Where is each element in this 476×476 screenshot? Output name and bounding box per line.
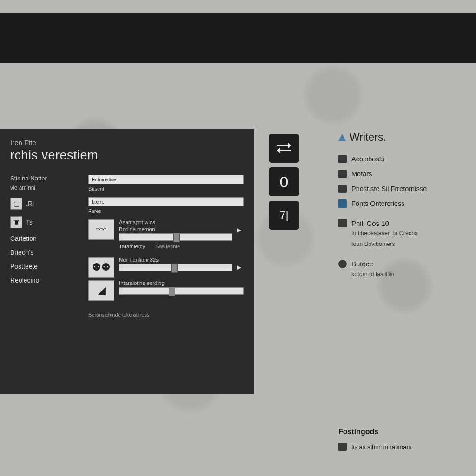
- page-icon: [338, 219, 347, 227]
- row1-caption: Borl tie memon: [119, 226, 232, 232]
- nav-item-1[interactable]: ▢ .Ri: [10, 198, 84, 210]
- row1b-tag: Sas letinie: [155, 244, 180, 249]
- right-section-1-line1: fu tihedestasen br Crecbs: [351, 229, 469, 238]
- field-1-caption: Susent: [88, 186, 244, 192]
- zero-icon[interactable]: 0: [269, 167, 299, 196]
- row3-slider[interactable]: [119, 287, 244, 295]
- right-footer-item-label: fis as alhim in ratimars: [351, 443, 411, 450]
- right-item-1[interactable]: Acolobosts: [338, 155, 469, 163]
- right-item-4[interactable]: Fonts Ontercriess: [338, 199, 469, 208]
- row3-label: Intaraiotins earding: [119, 280, 244, 286]
- pin-icon: ◢: [88, 280, 114, 301]
- field-2-caption: Fares: [88, 208, 244, 214]
- right-section-1[interactable]: Phill Gos 10: [338, 219, 469, 227]
- right-section-2-line1: kotorn of las iBin: [351, 270, 469, 279]
- panel-subtitle: Iren Ftte: [10, 139, 244, 146]
- doc-icon: [338, 155, 347, 163]
- panel-footnote: Beransichinde take atiness: [88, 312, 244, 317]
- right-footer-item[interactable]: fis as alhim in ratimars: [338, 443, 469, 451]
- swap-icon[interactable]: ⮂: [269, 134, 299, 163]
- grid-icon: [338, 170, 347, 178]
- nav-item-4[interactable]: Brieon's: [10, 249, 84, 256]
- blue-square-icon: [338, 199, 347, 208]
- top-bar: [0, 13, 476, 63]
- window-icon: ▢: [10, 198, 22, 210]
- right-item-3-label: Phost ste Sil Frretornisse: [351, 185, 427, 192]
- arrow-right-icon-2[interactable]: ▶: [237, 264, 244, 271]
- right-section-1-line2: fouri Bovibomers: [351, 240, 469, 249]
- right-section-2[interactable]: Butoce: [338, 260, 469, 268]
- right-item-4-label: Fonts Ontercriess: [351, 200, 404, 207]
- nav-item-2[interactable]: ▣ Ts: [10, 216, 84, 228]
- square-icon: [338, 443, 347, 451]
- option-row-2: ⚉⚉ Nei Tianfiani 32s ▶: [88, 257, 244, 278]
- left-label-1: Stis na Natter: [10, 175, 84, 182]
- devices-icon: ▣: [10, 216, 22, 228]
- nav-item-6[interactable]: Reolecino: [10, 277, 84, 284]
- right-item-2-label: Motars: [351, 170, 372, 178]
- settings-panel: Iren Ftte rchis verestiem Stis na Natter…: [0, 129, 254, 394]
- right-section-2-title: Butoce: [351, 260, 373, 268]
- people-icon: ⚉⚉: [88, 257, 114, 278]
- seven-one-icon[interactable]: 7|: [269, 201, 299, 230]
- panel-title: rchis verestiem: [10, 148, 244, 163]
- globe-icon: [338, 260, 347, 268]
- right-footer-heading: Fostingods: [338, 428, 469, 436]
- right-heading: Writers.: [338, 131, 469, 144]
- right-item-3[interactable]: Phost ste Sil Frretornisse: [338, 185, 469, 193]
- panel-left-nav: Stis na Natter vie aminni ▢ .Ri ▣ Ts Car…: [10, 175, 84, 317]
- nav-item-1-label: .Ri: [26, 200, 34, 207]
- row1b-label: Tarathiercy: [119, 244, 145, 249]
- row1-label: Asantagnt wins: [119, 219, 232, 225]
- nav-item-2-label: Ts: [26, 218, 33, 226]
- right-item-2[interactable]: Motars: [338, 170, 469, 178]
- nav-item-3[interactable]: Cartetion: [10, 235, 84, 242]
- right-heading-text: Writers.: [350, 131, 386, 144]
- option-row-3: ◢ Intaraiotins earding: [88, 280, 244, 301]
- right-column: Writers. Acolobosts Motars Phost ste Sil…: [338, 131, 469, 278]
- left-label-2: vie aminni: [10, 185, 84, 191]
- panel-form: Susent Fares 〰 Asantagnt wins Borl tie m…: [88, 175, 244, 317]
- icon-stack: ⮂ 0 7|: [269, 134, 299, 230]
- arrow-right-icon[interactable]: ▶: [237, 227, 244, 233]
- option-row-1: 〰 Asantagnt wins Borl tie memon ▶: [88, 219, 244, 241]
- row1-slider[interactable]: [119, 233, 232, 241]
- row2-label: Nei Tianfiani 32s: [119, 257, 232, 263]
- play-icon: [338, 185, 347, 193]
- right-section-1-title: Phill Gos 10: [351, 219, 389, 227]
- nav-item-5[interactable]: Postteete: [10, 263, 84, 270]
- field-2[interactable]: [88, 197, 244, 206]
- row2-slider[interactable]: [119, 264, 232, 271]
- triangle-icon: [338, 134, 346, 141]
- right-footer: Fostingods fis as alhim in ratimars: [338, 428, 469, 457]
- wave-icon: 〰: [88, 219, 114, 240]
- field-1[interactable]: [88, 175, 244, 184]
- right-item-1-label: Acolobosts: [351, 155, 384, 163]
